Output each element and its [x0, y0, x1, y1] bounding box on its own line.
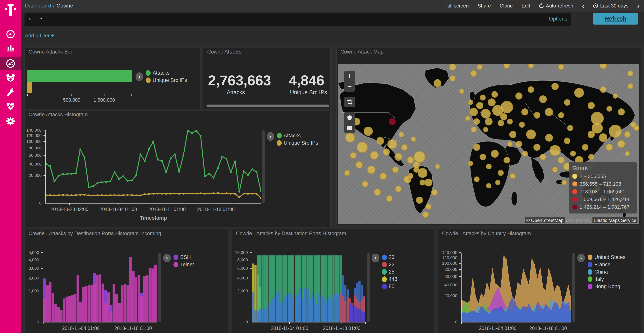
panel-attack-map[interactable]: Cowrie Attack Map	[336, 48, 641, 225]
attacks-line-chart[interactable]	[46, 130, 261, 203]
attack-origin-bubble[interactable]	[477, 64, 483, 70]
full-screen-button[interactable]: Full screen	[444, 3, 469, 9]
legend-toggle-chevron[interactable]: ›	[372, 254, 379, 262]
attack-origin-bubble[interactable]	[562, 180, 566, 185]
legend-item[interactable]: France	[588, 261, 626, 268]
attack-origin-bubble[interactable]	[519, 122, 525, 128]
attack-origin-bubble[interactable]	[588, 131, 595, 138]
edit-button[interactable]: Edit	[522, 3, 530, 9]
time-forward-arrow[interactable]: ›	[637, 3, 640, 8]
panel-attacks-histogram[interactable]: Cowrie Attacks Histogram › AttacksUnique…	[24, 110, 330, 227]
t-mobile-logo[interactable]	[0, 2, 21, 19]
attack-origin-bubble[interactable]	[394, 153, 402, 161]
attack-origin-bubble[interactable]	[480, 154, 486, 160]
attack-origin-bubble[interactable]	[545, 134, 553, 142]
panel-ports-incoming[interactable]: Cowrie - Attacks by Destination Ports Hi…	[24, 229, 228, 333]
attack-origin-bubble[interactable]	[599, 133, 608, 142]
horizontal-scrollbar[interactable]	[206, 105, 329, 107]
attack-origin-bubble[interactable]	[526, 130, 536, 139]
attack-origin-bubble[interactable]	[624, 131, 630, 138]
attack-origin-bubble[interactable]	[408, 173, 414, 179]
sidebar-item-dashboard[interactable]	[0, 57, 21, 70]
attack-origin-bubble[interactable]	[418, 168, 428, 178]
attack-origin-bubble[interactable]	[407, 157, 414, 164]
attack-origin-bubble[interactable]	[424, 179, 432, 186]
attack-origin-bubble[interactable]	[498, 120, 504, 126]
attack-origin-bubble[interactable]	[574, 88, 584, 98]
share-button[interactable]: Share	[478, 3, 491, 9]
attack-origin-bubble[interactable]	[459, 89, 464, 94]
attack-origin-bubble[interactable]	[545, 108, 553, 116]
refresh-button[interactable]: Refresh	[593, 13, 638, 25]
legend-item[interactable]: 443	[382, 275, 397, 283]
attack-origin-bubble[interactable]	[450, 75, 456, 81]
legend-item[interactable]: Italy	[588, 275, 626, 283]
sidebar-item-monitoring[interactable]	[0, 100, 21, 112]
attack-origin-bubble[interactable]	[470, 108, 478, 116]
attack-origin-bubble[interactable]	[422, 211, 429, 218]
attack-origin-bubble[interactable]	[501, 101, 513, 113]
attack-origin-bubble[interactable]	[344, 170, 350, 176]
ports-bar-chart[interactable]	[252, 253, 366, 322]
legend-item[interactable]: 22	[382, 261, 397, 268]
world-map[interactable]: + −	[338, 64, 640, 224]
attack-origin-bubble[interactable]	[481, 109, 491, 119]
attacks-bar-chart[interactable]	[28, 70, 132, 93]
attack-origin-bubble[interactable]	[516, 141, 522, 147]
legend-item[interactable]: 80	[382, 283, 397, 290]
map-rectangle-tool-button[interactable]	[344, 123, 355, 133]
attack-origin-bubble[interactable]	[522, 151, 528, 157]
sidebar-item-visualize[interactable]	[0, 42, 21, 54]
attack-origin-bubble[interactable]	[504, 157, 510, 163]
attack-origin-bubble[interactable]	[370, 151, 378, 159]
attack-origin-bubble[interactable]	[564, 99, 570, 106]
attack-origin-bubble[interactable]	[588, 154, 594, 160]
attack-origin-bubble[interactable]	[473, 144, 480, 151]
country-area-chart[interactable]	[462, 253, 571, 322]
legend-scrollbar[interactable]	[262, 130, 265, 203]
attack-origin-bubble[interactable]	[558, 64, 564, 70]
attack-origin-bubble[interactable]	[582, 144, 588, 151]
attack-origin-bubble[interactable]	[486, 183, 491, 188]
attack-origin-bubble[interactable]	[350, 152, 356, 159]
map-zoom-in-button[interactable]: +	[344, 71, 355, 81]
sidebar-item-dev-tools[interactable]	[0, 86, 21, 98]
attack-origin-bubble[interactable]	[509, 131, 516, 138]
attack-origin-bubble[interactable]	[465, 116, 470, 121]
add-filter-link[interactable]: Add a filter +	[25, 32, 54, 39]
legend-item[interactable]: 23	[382, 254, 397, 261]
attack-origin-bubble[interactable]	[495, 180, 500, 185]
legend-scrollbar[interactable]	[158, 253, 161, 322]
attack-origin-bubble[interactable]	[558, 157, 565, 164]
attack-origin-bubble[interactable]	[558, 112, 564, 118]
attack-origin-bubble[interactable]	[609, 125, 622, 138]
legend-toggle-chevron[interactable]: ›	[266, 132, 274, 141]
attack-origin-bubble[interactable]	[507, 141, 512, 147]
attack-origin-bubble[interactable]	[528, 86, 534, 93]
attack-origin-bubble[interactable]	[534, 112, 540, 119]
attack-origin-bubble[interactable]	[401, 144, 408, 151]
attack-origin-bubble[interactable]	[567, 125, 573, 131]
sidebar-item-management[interactable]	[0, 115, 21, 127]
legend-item[interactable]: SSH	[174, 254, 194, 261]
attack-origin-bubble[interactable]	[552, 167, 558, 173]
sidebar-item-discover[interactable]	[0, 28, 21, 40]
legend-item[interactable]: United States	[588, 254, 626, 261]
openstreetmap-link[interactable]: © OpenStreetMap	[525, 217, 565, 223]
attack-origin-bubble[interactable]	[564, 138, 570, 144]
attack-origin-bubble[interactable]	[356, 161, 363, 168]
legend-item[interactable]: Attacks	[146, 69, 187, 77]
legend-item[interactable]: 25	[382, 268, 397, 275]
attack-origin-bubble[interactable]	[552, 83, 558, 90]
attack-origin-bubble[interactable]	[357, 142, 368, 153]
search-input[interactable]: >_ *	[24, 13, 571, 26]
attack-origin-bubble[interactable]	[516, 93, 522, 100]
map-box-select-button[interactable]	[344, 97, 355, 107]
attack-origin-bubble[interactable]	[367, 166, 376, 174]
time-range-picker[interactable]: Last 30 days	[593, 3, 628, 9]
attack-origin-bubble[interactable]	[376, 137, 384, 145]
attack-origin-bubble[interactable]	[617, 140, 625, 148]
attack-origin-bubble[interactable]	[431, 189, 438, 195]
map-polygon-tool-button[interactable]	[344, 112, 355, 123]
legend-item[interactable]: China	[588, 268, 626, 275]
